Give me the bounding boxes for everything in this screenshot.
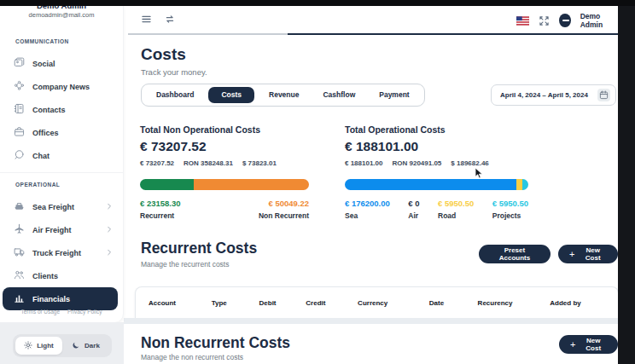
theme-dark-label: Dark (84, 342, 100, 350)
theme-light-option[interactable]: Light (15, 337, 62, 355)
avatar[interactable] (559, 14, 571, 27)
sidebar-item-label: Company News (32, 83, 90, 91)
window-right-strip (618, 0, 635, 364)
sidebar-item-sea-freight[interactable]: Sea Freight (0, 195, 123, 218)
notebook-icon (14, 103, 25, 116)
moon-icon (72, 341, 80, 351)
bar-segment-non-recurrent (194, 179, 309, 190)
bar-chart-icon (14, 292, 25, 305)
legend-value: € 5950.50 (438, 199, 474, 208)
sun-icon (24, 341, 32, 351)
page-title: Costs (141, 45, 186, 64)
summary-legend: € 176200.00Sea€ 0Air€ 5950.50Road€ 5950.… (345, 199, 528, 220)
sidebar-item-financials[interactable]: Financials (3, 287, 118, 310)
chat-icon (14, 149, 25, 162)
fullscreen-icon[interactable] (539, 15, 550, 26)
date-range-field[interactable]: April 4, 2024 – April 5, 2024 (491, 84, 616, 106)
column-header-date: Date (429, 299, 478, 307)
column-header-credit: Credit (306, 299, 358, 307)
tab-cashflow[interactable]: Cashflow (311, 84, 367, 107)
legend-label: Air (408, 211, 419, 220)
tab-revenue[interactable]: Revenue (257, 84, 311, 107)
tab-dashboard[interactable]: Dashboard (144, 84, 206, 107)
legend-value: € 176200.00 (345, 199, 390, 208)
sidebar-item-label: Clients (32, 272, 58, 280)
photo-icon (14, 57, 25, 70)
recurrent-costs-subtitle: Manage the recurrent costs (141, 260, 229, 269)
legend-item-sea: € 176200.00Sea (345, 199, 390, 220)
terms-of-usage-link[interactable]: Terms of Usage (21, 309, 61, 315)
sidebar-item-label: Truck Freight (32, 249, 81, 257)
sidebar-section: COMMUNICATIONSocialCompany NewsContactsO… (0, 38, 123, 167)
sidebar-item-air-freight[interactable]: Air Freight (0, 218, 123, 241)
non-recurrent-costs-section: Non Recurrent Costs Manage the non recur… (124, 324, 618, 364)
privacy-policy-link[interactable]: Privacy Policy (67, 309, 102, 315)
menu-icon[interactable] (141, 14, 152, 25)
non-recurrent-costs-heading: Non Recurrent Costs (141, 334, 290, 352)
sidebar-item-label: Social (32, 60, 55, 68)
recurrent-costs-table-header: AccountTypeDebitCreditCurrencyDateRecure… (135, 286, 619, 318)
tab-costs[interactable]: Costs (208, 87, 254, 103)
costs-section: Costs Track your money. DashboardCostsRe… (124, 35, 618, 318)
sidebar-item-truck-freight[interactable]: Truck Freight (0, 241, 123, 264)
summary-title: Total Operational Costs (345, 124, 528, 135)
new-cost-button-2[interactable]: +New Cost (559, 335, 618, 354)
legend-item-projects: € 5950.50Projects (492, 199, 528, 220)
people-network-icon (14, 80, 25, 93)
legend-label: Road (438, 211, 474, 220)
app-screen: Demo Admin demoadmin@mail.com COMMUNICAT… (0, 0, 635, 364)
appbar: Demo Admin (124, 6, 618, 33)
sidebar-nav: COMMUNICATIONSocialCompany NewsContactsO… (0, 38, 123, 310)
calendar-icon[interactable] (597, 89, 610, 101)
preset-accounts-button[interactable]: Preset Accounts (479, 245, 551, 263)
conversion-value: € 73207.52 (140, 159, 174, 167)
sidebar-item-contacts[interactable]: Contacts (0, 98, 123, 121)
sidebar-item-label: Chat (32, 152, 50, 160)
tab-payment[interactable]: Payment (367, 84, 421, 107)
date-range-value: April 4, 2024 – April 5, 2024 (500, 91, 588, 99)
sidebar-footer-links: Terms of Usage Privacy Policy (0, 309, 123, 315)
recurrent-costs-heading: Recurrent Costs (141, 240, 257, 257)
plus-icon: + (570, 340, 575, 350)
legend-label: Non Recurrent (259, 211, 309, 220)
truck-icon (14, 246, 25, 259)
sidebar-item-company-news[interactable]: Company News (0, 75, 123, 98)
legend-label: Recurrent (140, 211, 181, 220)
sidebar-bottom-area: Light Dark (0, 322, 124, 364)
bar-segment-road (516, 179, 522, 190)
sidebar-item-social[interactable]: Social (0, 52, 123, 75)
sidebar-item-label: Financials (32, 295, 70, 303)
sidebar: Demo Admin demoadmin@mail.com COMMUNICAT… (0, 6, 124, 322)
bar-segment-recurrent (140, 179, 194, 190)
sidebar-section-label: OPERATIONAL (15, 182, 123, 190)
main-area: Demo Admin Costs Track your money. Dashb… (124, 6, 618, 364)
non-recurrent-costs-subtitle: Manage the non recurrent costs (141, 353, 243, 361)
column-header-debit: Debit (259, 299, 306, 307)
swap-arrows-icon[interactable] (164, 14, 176, 25)
column-header-type: Type (212, 299, 259, 307)
legend-item-recurrent: € 23158.30Recurrent (140, 199, 181, 220)
theme-dark-option[interactable]: Dark (62, 337, 109, 355)
legend-label: Sea (345, 211, 390, 220)
sidebar-item-chat[interactable]: Chat (0, 144, 123, 167)
new-cost-button[interactable]: +New Cost (558, 245, 618, 263)
page-subtitle: Track your money. (141, 67, 207, 77)
summary-progress-bar (345, 179, 528, 190)
legend-label: Projects (492, 211, 528, 220)
sidebar-item-clients[interactable]: Clients (0, 264, 123, 287)
summary-total: € 188101.00 (345, 139, 528, 154)
us-flag-icon[interactable] (516, 16, 529, 26)
briefcase-icon (14, 126, 25, 139)
legend-value: € 23158.30 (140, 199, 181, 208)
cost-summary-operational: Total Operational Costs€ 188101.00€ 1881… (345, 124, 528, 220)
theme-light-label: Light (37, 342, 54, 350)
sidebar-item-label: Sea Freight (32, 203, 74, 211)
summary-title: Total Non Operational Costs (140, 124, 309, 135)
sidebar-item-offices[interactable]: Offices (0, 121, 123, 144)
sidebar-user-email: demoadmin@mail.com (0, 11, 123, 19)
legend-item-air: € 0Air (408, 199, 419, 220)
summary-legend: € 23158.30Recurrent€ 50049.22Non Recurre… (140, 199, 309, 220)
topbar-user-label[interactable]: Demo Admin (580, 12, 618, 29)
chevron-right-icon (106, 248, 113, 257)
bar-segment-sea (345, 179, 516, 190)
